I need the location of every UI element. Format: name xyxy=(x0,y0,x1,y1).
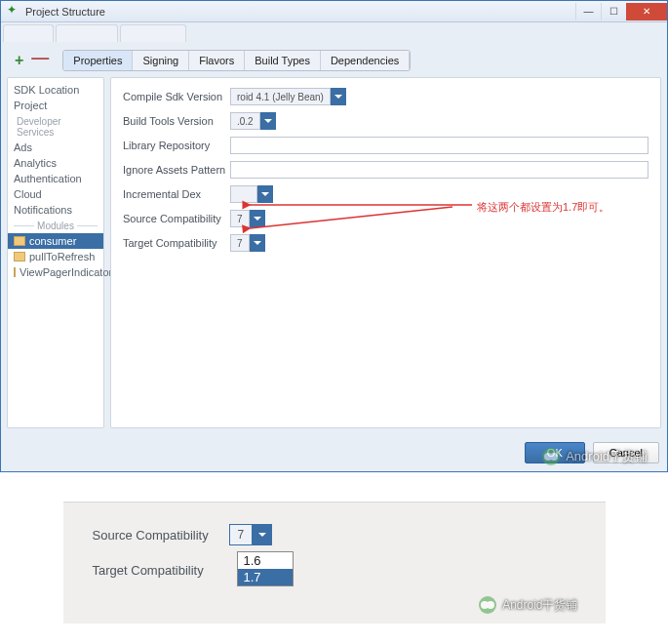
module-tabs: Properties Signing Flavors Build Types D… xyxy=(62,50,411,71)
minimize-button[interactable]: — xyxy=(575,3,601,20)
source-compat-label: Source Compatibility xyxy=(123,213,230,224)
sidebar-item-project[interactable]: Project xyxy=(8,98,103,113)
close-button[interactable]: ✕ xyxy=(626,3,667,20)
dropdown-list[interactable]: 1.6 1.7 xyxy=(237,551,294,586)
remove-module-button[interactable]: — xyxy=(31,52,49,69)
dropdown-option-selected[interactable]: 1.7 xyxy=(238,569,293,585)
maximize-button[interactable]: ☐ xyxy=(601,3,626,20)
add-module-button[interactable]: + xyxy=(15,52,23,69)
compile-sdk-label: Compile Sdk Version xyxy=(123,91,230,102)
module-icon xyxy=(14,252,25,262)
chevron-down-icon[interactable] xyxy=(260,112,276,130)
chevron-down-icon[interactable] xyxy=(331,88,346,105)
incremental-dex-select[interactable] xyxy=(230,185,273,203)
properties-panel: Compile Sdk Version roid 4.1 (Jelly Bean… xyxy=(110,77,661,428)
app-icon xyxy=(7,5,20,19)
source-compat-select-2[interactable]: 7 xyxy=(229,524,273,545)
tab-dependencies[interactable]: Dependencies xyxy=(321,51,410,70)
library-repo-input[interactable] xyxy=(230,137,648,154)
wechat-icon xyxy=(479,596,496,614)
module-pulltorefresh[interactable]: pullToRefresh xyxy=(8,249,103,264)
watermark: Android干货铺 xyxy=(479,596,577,614)
target-compat-select[interactable]: 7 xyxy=(230,234,265,252)
sidebar-item-analytics[interactable]: Analytics xyxy=(8,155,103,171)
module-icon xyxy=(14,267,16,277)
build-tools-select[interactable]: .0.2 xyxy=(230,112,276,130)
editor-tab[interactable] xyxy=(120,24,187,42)
wechat-icon xyxy=(542,448,560,465)
library-repo-label: Library Repository xyxy=(123,140,230,151)
tab-signing[interactable]: Signing xyxy=(133,51,189,70)
tab-flavors[interactable]: Flavors xyxy=(189,51,245,70)
window-title: Project Structure xyxy=(25,6,105,18)
module-consumer[interactable]: consumer xyxy=(8,233,103,249)
sidebar-item-notifications[interactable]: Notifications xyxy=(8,202,103,218)
chevron-down-icon[interactable] xyxy=(250,234,265,252)
incremental-dex-label: Incremental Dex xyxy=(123,188,230,200)
target-compat-label: Target Compatibility xyxy=(123,237,230,249)
build-tools-label: Build Tools Version xyxy=(123,115,230,127)
compile-sdk-select[interactable]: roid 4.1 (Jelly Bean) xyxy=(230,88,346,105)
project-structure-dialog: Project Structure — ☐ ✕ + — Properties S… xyxy=(0,0,668,472)
sidebar-item-ads[interactable]: Ads xyxy=(8,140,103,155)
annotation-text: 将这两个都设置为1.7即可。 xyxy=(477,200,609,215)
source-compat-label-2: Source Compatibility xyxy=(93,528,229,543)
left-panel[interactable]: SDK Location Project Developer Services … xyxy=(7,77,104,428)
editor-tab[interactable] xyxy=(3,24,54,42)
chevron-down-icon[interactable] xyxy=(250,210,265,227)
ignore-assets-input[interactable] xyxy=(230,161,648,179)
ignore-assets-label: Ignore Assets Pattern xyxy=(123,164,230,176)
chevron-down-icon[interactable] xyxy=(257,185,273,203)
titlebar[interactable]: Project Structure — ☐ ✕ xyxy=(1,1,667,22)
watermark: Android干货铺 xyxy=(542,448,648,465)
tab-build-types[interactable]: Build Types xyxy=(245,51,321,70)
editor-tabstrip xyxy=(1,22,667,42)
zoom-panel: Source Compatibility 7 Target Compatibil… xyxy=(63,502,606,624)
sidebar-section-modules: Modules xyxy=(8,218,103,233)
sidebar-section-dev-services: Developer Services xyxy=(8,113,103,140)
sidebar-item-cloud[interactable]: Cloud xyxy=(8,186,103,202)
tab-properties[interactable]: Properties xyxy=(63,51,133,70)
module-icon xyxy=(14,236,25,246)
sidebar-item-authentication[interactable]: Authentication xyxy=(8,171,103,186)
target-compat-label-2: Target Compatibility xyxy=(93,563,229,578)
chevron-down-icon[interactable] xyxy=(253,524,272,545)
source-compat-select[interactable]: 7 xyxy=(230,210,265,227)
module-viewpagerindicator[interactable]: ViewPagerIndicator xyxy=(8,264,103,280)
editor-tab[interactable] xyxy=(56,24,117,42)
sidebar-item-sdk-location[interactable]: SDK Location xyxy=(8,82,103,98)
dropdown-option[interactable]: 1.6 xyxy=(238,552,293,569)
